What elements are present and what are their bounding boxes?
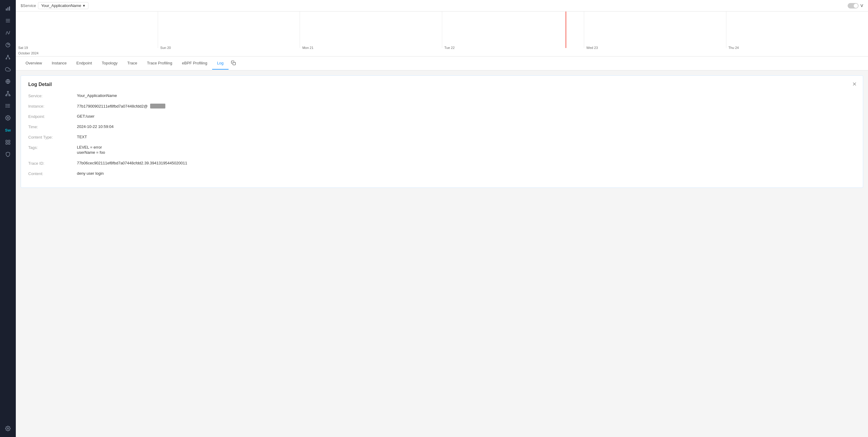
content-area: Log Detail ✕ Service: Your_ApplicationNa… <box>16 70 868 437</box>
tabs-bar: Overview Instance Endpoint Topology Trac… <box>16 57 868 70</box>
svg-point-24 <box>6 104 6 105</box>
tab-topology[interactable]: Topology <box>97 57 122 70</box>
tab-endpoint[interactable]: Endpoint <box>71 57 97 70</box>
close-button[interactable]: ✕ <box>851 81 858 88</box>
copy-icon[interactable] <box>228 57 238 70</box>
chart-col-3 <box>442 11 584 48</box>
content-field-value: deny user login <box>77 171 856 176</box>
log-row-trace-id: Trace ID: 77b06cec902111ef8fbd7a07448cfd… <box>28 161 856 166</box>
chart-col-4 <box>584 11 726 48</box>
log-row-tags: Tags: LEVEL = error userName = foo <box>28 145 856 155</box>
globe-icon[interactable] <box>2 76 13 87</box>
svg-rect-5 <box>6 22 10 23</box>
chart-col-5 <box>726 11 868 48</box>
content-type-field-value: TEXT <box>77 135 856 139</box>
svg-rect-28 <box>6 140 7 142</box>
gear-icon[interactable] <box>2 423 13 434</box>
instance-value-container: 77b17900902111ef8fbd7a07448cfdd2@ <box>77 104 856 108</box>
service-dropdown[interactable]: Your_ApplicationName ▾ <box>38 2 89 9</box>
tab-overview[interactable]: Overview <box>21 57 47 70</box>
svg-point-7 <box>8 55 8 56</box>
list-icon[interactable] <box>2 100 13 111</box>
chart-bar-icon[interactable] <box>2 3 13 14</box>
svg-rect-31 <box>8 143 10 144</box>
chart-col-1 <box>158 11 300 48</box>
time-field-label: Time: <box>28 124 77 129</box>
hierarchy-icon[interactable] <box>2 88 13 99</box>
content-field-label: Content: <box>28 171 77 176</box>
tags-field-value: LEVEL = error userName = foo <box>77 145 856 155</box>
service-selector: $Service Your_ApplicationName ▾ <box>21 2 88 9</box>
time-marker-line <box>566 11 566 48</box>
instance-text: 77b17900902111ef8fbd7a07448cfdd2@ <box>77 104 148 108</box>
toggle-knob <box>854 4 858 8</box>
chart-label-2: Mon 21 <box>300 46 442 50</box>
instance-field-label: Instance: <box>28 104 77 108</box>
svg-rect-2 <box>9 6 10 11</box>
svg-point-8 <box>6 58 7 59</box>
svg-rect-1 <box>8 7 8 11</box>
menu-icon[interactable] <box>2 15 13 26</box>
cloud-icon[interactable] <box>2 64 13 75</box>
tag-1: LEVEL = error <box>77 145 856 150</box>
brand-icon[interactable]: Sw <box>2 125 13 135</box>
svg-rect-16 <box>9 95 10 96</box>
tab-trace-profiling[interactable]: Trace Profiling <box>142 57 177 70</box>
log-detail-card: Log Detail ✕ Service: Your_ApplicationNa… <box>21 75 863 188</box>
chart-grid <box>16 11 868 48</box>
svg-rect-29 <box>8 140 10 142</box>
tab-ebpf-profiling[interactable]: eBPF Profiling <box>177 57 212 70</box>
svg-rect-14 <box>7 91 9 92</box>
tab-instance[interactable]: Instance <box>47 57 71 70</box>
time-field-value: 2024-10-22 10:59:04 <box>77 124 856 129</box>
service-value: Your_ApplicationName <box>41 3 82 8</box>
endpoint-field-value: GET:/user <box>77 114 856 119</box>
chart-col-2 <box>300 11 442 48</box>
endpoint-field-label: Endpoint: <box>28 114 77 119</box>
svg-point-9 <box>9 58 10 59</box>
log-row-content: Content: deny user login <box>28 171 856 176</box>
svg-point-27 <box>7 117 9 119</box>
log-row-time: Time: 2024-10-22 10:59:04 <box>28 124 856 129</box>
log-detail-title: Log Detail <box>28 82 856 87</box>
chart-label-0: Sat 19 <box>16 46 158 50</box>
content-type-field-label: Content Type: <box>28 135 77 139</box>
instance-blur-redaction <box>150 104 165 108</box>
chart-label-5: Thu 24 <box>726 46 868 50</box>
shield-icon[interactable] <box>2 149 13 160</box>
chart-month: October 2024 <box>18 51 39 55</box>
svg-rect-4 <box>6 20 10 21</box>
svg-point-26 <box>6 107 6 107</box>
tab-trace[interactable]: Trace <box>122 57 142 70</box>
nodes-icon[interactable] <box>2 52 13 63</box>
chart-label-1: Sun 20 <box>158 46 300 50</box>
svg-point-25 <box>6 105 6 106</box>
sidebar: Sw <box>0 0 16 437</box>
svg-line-10 <box>6 56 8 58</box>
main-content: $Service Your_ApplicationName ▾ V Sat 19… <box>16 0 868 437</box>
svg-rect-33 <box>233 62 236 65</box>
topbar: $Service Your_ApplicationName ▾ V <box>16 0 868 11</box>
tags-field-label: Tags: <box>28 145 77 150</box>
toggle-container: V <box>848 3 863 8</box>
svg-rect-0 <box>6 8 7 11</box>
chart-label-3: Tue 22 <box>442 46 584 50</box>
svg-point-32 <box>7 428 9 429</box>
tag-2: userName = foo <box>77 150 856 155</box>
chevron-down-icon: ▾ <box>83 3 85 8</box>
tab-log[interactable]: Log <box>212 57 228 70</box>
dashboard-icon[interactable] <box>2 137 13 148</box>
trace-id-field-label: Trace ID: <box>28 161 77 166</box>
service-label: $Service <box>21 3 36 8</box>
settings-alt-icon[interactable] <box>2 113 13 123</box>
toggle-switch[interactable] <box>848 3 859 8</box>
service-field-value: Your_ApplicationName <box>77 93 856 98</box>
log-row-service: Service: Your_ApplicationName <box>28 93 856 98</box>
service-field-label: Service: <box>28 93 77 98</box>
pie-chart-icon[interactable] <box>2 39 13 51</box>
chart-area: Sat 19 Sun 20 Mon 21 Tue 22 Wed 23 Thu 2… <box>16 11 868 57</box>
trace-id-field-value: 77b06cec902111ef8fbd7a07448cfdd2.39.3941… <box>77 161 856 165</box>
function-icon[interactable] <box>2 27 13 38</box>
svg-rect-15 <box>6 95 7 96</box>
svg-rect-3 <box>6 19 10 20</box>
